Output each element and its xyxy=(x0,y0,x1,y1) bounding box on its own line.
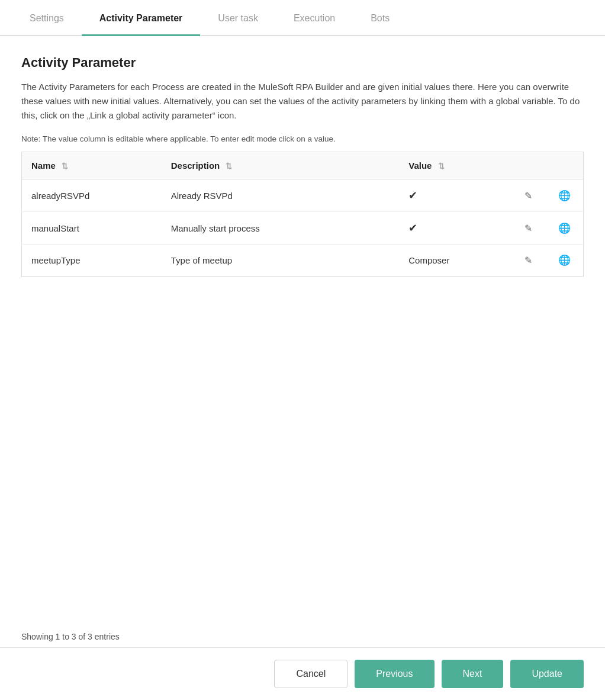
update-button[interactable]: Update xyxy=(510,660,584,688)
cell-description: Already RSVPd xyxy=(162,179,400,212)
entries-info: Showing 1 to 3 of 3 entries xyxy=(0,620,605,647)
previous-button[interactable]: Previous xyxy=(355,660,434,688)
tab-user-task[interactable]: User task xyxy=(200,0,276,36)
col-header-name: Name ⇅ xyxy=(22,152,162,179)
cell-edit[interactable]: ✎ xyxy=(511,212,546,245)
globe-icon[interactable]: 🌐 xyxy=(558,255,571,266)
sort-description-icon[interactable]: ⇅ xyxy=(226,162,232,171)
table-header-row: Name ⇅ Description ⇅ Value ⇅ xyxy=(22,152,584,179)
edit-icon[interactable]: ✎ xyxy=(524,223,532,233)
tab-settings[interactable]: Settings xyxy=(12,0,82,36)
cell-name: meetupType xyxy=(22,245,162,277)
tab-bar: Settings Activity Parameter User task Ex… xyxy=(0,0,605,36)
cell-edit[interactable]: ✎ xyxy=(511,179,546,212)
table-row: alreadyRSVPdAlready RSVPd✔✎🌐 xyxy=(22,179,584,212)
cell-name: alreadyRSVPd xyxy=(22,179,162,212)
sort-value-icon[interactable]: ⇅ xyxy=(438,162,445,171)
checkmark-icon: ✔ xyxy=(408,222,417,234)
next-button[interactable]: Next xyxy=(442,660,504,688)
col-header-value: Value ⇅ xyxy=(399,152,511,179)
cell-edit[interactable]: ✎ xyxy=(511,245,546,277)
note-text: Note: The value column is editable where… xyxy=(21,134,584,143)
table-row: meetupTypeType of meetupComposer✎🌐 xyxy=(22,245,584,277)
cell-description: Type of meetup xyxy=(162,245,400,277)
cell-value[interactable]: Composer xyxy=(399,245,511,277)
main-content: Activity Parameter The Activity Paramete… xyxy=(0,36,605,620)
globe-icon[interactable]: 🌐 xyxy=(558,223,571,234)
section-title: Activity Parameter xyxy=(21,55,584,70)
col-header-edit xyxy=(511,152,546,179)
edit-icon[interactable]: ✎ xyxy=(524,191,532,201)
edit-icon[interactable]: ✎ xyxy=(524,255,532,265)
cell-value[interactable]: ✔ xyxy=(399,179,511,212)
cell-global-link[interactable]: 🌐 xyxy=(546,212,583,245)
table-row: manualStartManually start process✔✎🌐 xyxy=(22,212,584,245)
cell-global-link[interactable]: 🌐 xyxy=(546,245,583,277)
cell-name: manualStart xyxy=(22,212,162,245)
col-header-global xyxy=(546,152,583,179)
tab-bots[interactable]: Bots xyxy=(353,0,407,36)
col-header-description: Description ⇅ xyxy=(162,152,400,179)
globe-icon[interactable]: 🌐 xyxy=(558,190,571,201)
cell-description: Manually start process xyxy=(162,212,400,245)
parameters-table: Name ⇅ Description ⇅ Value ⇅ alreadyRSVP… xyxy=(21,152,584,277)
cell-global-link[interactable]: 🌐 xyxy=(546,179,583,212)
cancel-button[interactable]: Cancel xyxy=(274,660,347,688)
checkmark-icon: ✔ xyxy=(408,190,417,201)
footer: Cancel Previous Next Update xyxy=(0,647,605,700)
sort-name-icon[interactable]: ⇅ xyxy=(62,162,68,171)
tab-execution[interactable]: Execution xyxy=(276,0,353,36)
cell-value[interactable]: ✔ xyxy=(399,212,511,245)
section-description: The Activity Parameters for each Process… xyxy=(21,80,584,123)
tab-activity-parameter[interactable]: Activity Parameter xyxy=(82,0,201,36)
